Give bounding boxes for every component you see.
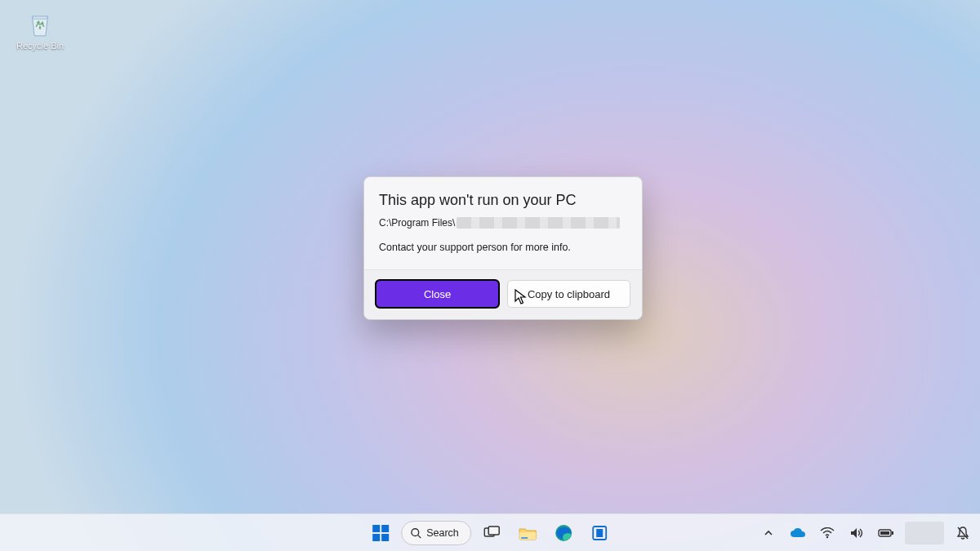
taskbar-search[interactable]: Search [401,521,471,545]
close-button[interactable]: Close [376,280,499,308]
copy-to-clipboard-button[interactable]: Copy to clipboard [507,280,630,308]
app-icon [591,525,608,541]
dialog-path: C:\Program Files\ [379,217,627,229]
dialog-path-prefix: C:\Program Files\ [379,217,455,229]
copy-button-label: Copy to clipboard [528,288,610,300]
edge-icon [555,524,572,542]
pinned-app-button[interactable] [584,518,615,549]
dialog-path-redacted [457,217,620,229]
tray-overflow-button[interactable] [758,521,779,545]
folder-icon [518,525,537,541]
taskbar-search-label: Search [426,527,459,539]
volume-tray-icon[interactable] [846,521,867,545]
svg-line-5 [418,535,421,538]
error-dialog: This app won't run on your PC C:\Program… [363,176,643,320]
svg-rect-7 [488,527,499,535]
desktop-icon-recycle-bin[interactable]: Recycle Bin [11,7,69,51]
dialog-body: This app won't run on your PC C:\Program… [364,177,642,269]
svg-rect-2 [372,534,380,541]
recycle-bin-icon [24,7,56,39]
taskbar-center: Search [365,518,615,549]
edge-browser-button[interactable] [548,518,579,549]
svg-rect-12 [596,529,603,537]
file-explorer-button[interactable] [512,518,543,549]
search-icon [410,527,421,539]
taskbar: Search [0,513,980,551]
dialog-actions: Close Copy to clipboard [364,270,642,319]
dialog-title: This app won't run on your PC [379,192,627,209]
svg-rect-1 [381,525,389,532]
svg-point-4 [412,528,419,535]
chevron-up-icon [764,528,773,538]
svg-point-13 [826,535,828,537]
speaker-icon [849,527,864,540]
task-view-button[interactable] [476,518,507,549]
clock-area-redacted[interactable] [905,522,944,544]
wifi-icon [820,527,835,539]
close-button-label: Close [424,288,451,300]
desktop: Recycle Bin This app won't run on your P… [0,0,980,551]
onedrive-tray-icon[interactable] [787,521,808,545]
windows-logo-icon [372,524,390,542]
svg-rect-0 [372,525,380,532]
svg-rect-15 [892,531,893,535]
bell-icon [956,526,969,540]
dialog-message: Contact your support person for more inf… [379,242,627,253]
start-button[interactable] [365,518,396,549]
svg-rect-3 [381,534,389,541]
system-tray [758,521,973,545]
battery-icon [878,528,894,538]
svg-rect-16 [880,531,889,535]
recycle-bin-label: Recycle Bin [11,41,69,51]
task-view-icon [483,526,500,540]
svg-rect-9 [521,537,528,539]
notifications-button[interactable] [952,521,973,545]
battery-tray-icon[interactable] [875,521,897,545]
cloud-icon [790,527,806,539]
wifi-tray-icon[interactable] [817,521,838,545]
